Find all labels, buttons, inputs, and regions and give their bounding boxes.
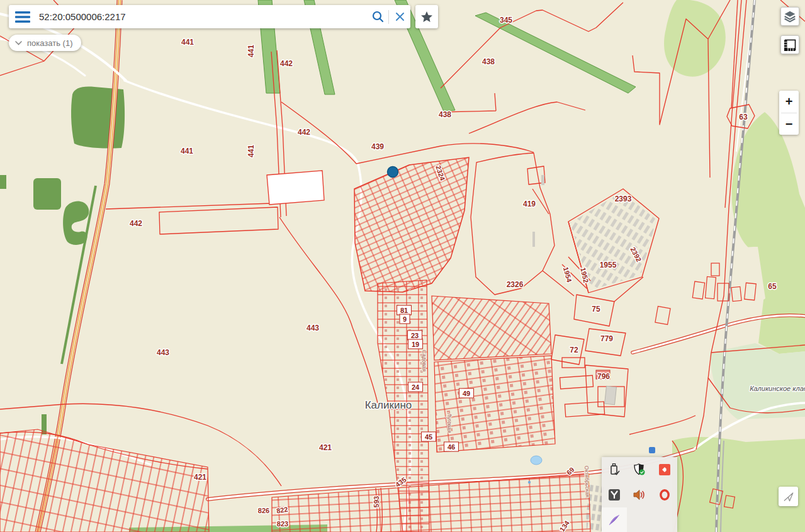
orange-app-icon[interactable]	[652, 457, 677, 482]
pen-input-icon[interactable]	[602, 507, 627, 532]
map-label: 19	[412, 341, 419, 348]
map-label: 442	[298, 128, 310, 137]
defender-shield-icon[interactable]	[627, 457, 652, 482]
clear-search-button[interactable]	[389, 5, 410, 28]
map-label: 441	[181, 38, 194, 47]
map-label: 65	[768, 282, 777, 291]
measure-extent-icon	[784, 39, 796, 51]
map-label: Каликинское клад	[750, 385, 805, 392]
map-label: Садовая	[421, 350, 427, 372]
map-label: 72	[570, 346, 578, 354]
map-label: 46	[448, 443, 455, 451]
map-label: 81	[400, 307, 408, 314]
map-label: 438	[482, 57, 495, 66]
map-label: 443	[307, 324, 319, 332]
map-label: 9	[403, 315, 407, 323]
location-arrow-icon	[783, 491, 794, 502]
show-results-label: показать (1)	[27, 38, 72, 48]
map-label: 2326	[507, 280, 524, 289]
yandex-app-icon[interactable]	[602, 482, 627, 507]
opera-icon[interactable]	[652, 482, 677, 507]
magnifier-icon	[372, 11, 384, 23]
map-label: 442	[130, 219, 142, 228]
usb-device-icon[interactable]	[602, 457, 627, 482]
favorites-button[interactable]	[415, 5, 438, 28]
layers-icon	[784, 10, 796, 23]
map-label: 75	[592, 305, 600, 314]
map-marker[interactable]	[388, 167, 398, 178]
search-bar	[9, 5, 410, 28]
extent-button[interactable]	[780, 35, 799, 54]
close-icon	[395, 12, 405, 21]
menu-button[interactable]	[9, 5, 37, 28]
map-label: 826	[258, 507, 269, 514]
white-parcel	[267, 171, 324, 205]
map-label: 779	[600, 334, 613, 343]
search-submit-button[interactable]	[367, 5, 388, 28]
map-label: 24	[412, 383, 420, 391]
map-canvas[interactable]: 4414414424414414424394384383452324419239…	[0, 0, 805, 532]
map-label: 441	[247, 45, 256, 57]
show-results-button[interactable]: показать (1)	[9, 35, 81, 51]
zoom-out-button[interactable]: −	[779, 113, 799, 135]
map-label: 441	[181, 147, 193, 156]
volume-icon[interactable]	[627, 482, 652, 507]
star-icon	[420, 11, 433, 23]
chevron-down-icon	[15, 41, 22, 45]
station-icon	[649, 447, 655, 453]
locate-button[interactable]	[779, 487, 798, 506]
map-label: 1955	[600, 261, 617, 269]
map-label: 63	[739, 113, 748, 122]
map-label: 23	[411, 332, 419, 339]
map-label: 442	[280, 59, 293, 68]
map-label: 49	[463, 390, 470, 397]
map-label: 419	[523, 200, 536, 208]
map-label: 439	[371, 142, 384, 151]
map-label: 823	[277, 520, 288, 528]
map-label: 345	[500, 16, 512, 25]
map-label: 2393	[615, 195, 632, 203]
layers-button[interactable]	[780, 7, 799, 26]
app-root: 4414414424414414424394384383452324419239…	[0, 0, 805, 532]
map-label: Октябрьская	[583, 466, 591, 498]
map-label: Луговая	[446, 413, 453, 433]
zoom-in-button[interactable]: +	[779, 91, 799, 113]
map-label: 438	[439, 110, 451, 119]
search-input[interactable]	[37, 11, 367, 22]
system-tray-popup	[602, 457, 677, 532]
map-label: 441	[247, 145, 256, 157]
hamburger-icon	[15, 11, 30, 23]
map-label: 443	[157, 348, 169, 357]
map-label: 796	[597, 372, 610, 381]
zoom-control: + −	[779, 91, 799, 135]
map-label: 421	[194, 473, 206, 482]
map-label: 421	[319, 443, 332, 452]
map-label: 45	[425, 433, 432, 441]
map-label: Каликино	[365, 399, 412, 411]
map-label: 593	[373, 496, 380, 507]
